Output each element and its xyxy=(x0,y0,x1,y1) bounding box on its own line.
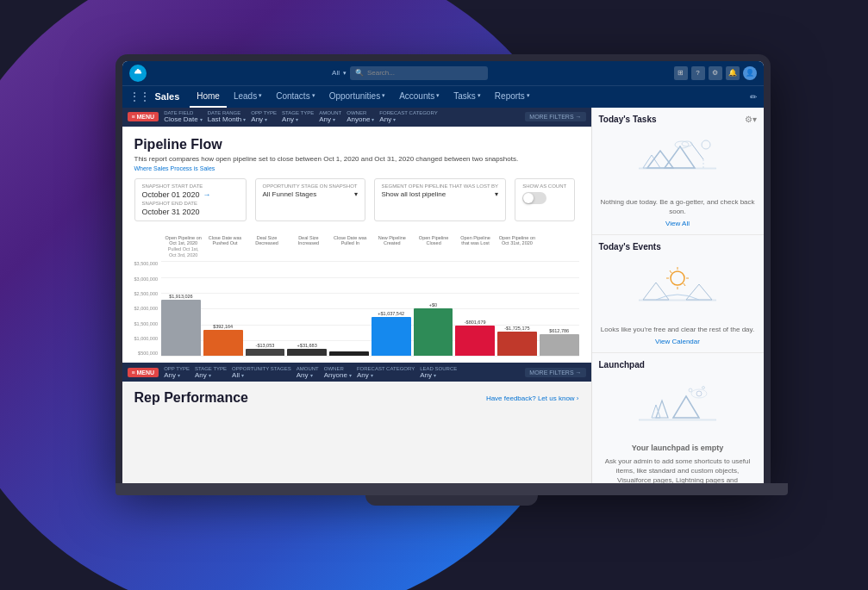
col-label-2: Deal SizeDecreased xyxy=(247,235,286,258)
bottom-menu-button[interactable]: ≡ MENU xyxy=(128,368,159,377)
snapshot-date-group[interactable]: SNAPSHOT START DATE October 01 2020 → SN… xyxy=(134,178,247,221)
bar-1-value: $392,164 xyxy=(213,324,233,329)
bottom-filter-bar: ≡ MENU OPP TYPE Any▾ STAGE TYPE Any▾ OPP… xyxy=(122,363,591,382)
bars-container: $1,913,026 $392,164 xyxy=(161,261,578,356)
gear-icon-btn[interactable]: ⚙ xyxy=(709,66,722,80)
nav-item-leads[interactable]: Leads ▾ xyxy=(227,85,269,108)
nav-item-reports[interactable]: Reports ▾ xyxy=(488,85,537,108)
bell-icon-btn[interactable]: 🔔 xyxy=(726,66,740,80)
bar-8[interactable]: -$1,725,175 xyxy=(497,326,537,356)
bar-7-value: -$801,679 xyxy=(465,320,486,325)
bar-4[interactable] xyxy=(329,351,369,356)
bar-1-rect xyxy=(203,330,243,356)
svg-marker-20 xyxy=(652,405,660,418)
bottom-more-filters-btn[interactable]: MORE FILTERS → xyxy=(525,368,585,377)
stage-dropdown[interactable]: OPPORTUNITY STAGE ON SNAPSHOT All Funnel… xyxy=(255,178,365,221)
controls-row: SNAPSHOT START DATE October 01 2020 → SN… xyxy=(134,178,579,221)
bar-9-value: $612,786 xyxy=(549,328,569,333)
bottom-filter-owner[interactable]: OWNER Anyone▾ xyxy=(324,366,352,379)
svg-marker-21 xyxy=(673,396,699,418)
col-label-9 xyxy=(539,235,578,258)
bar-3[interactable]: +$31,683 xyxy=(287,343,327,356)
bar-5[interactable]: +$1,037,542 xyxy=(372,311,411,356)
more-filters-btn[interactable]: MORE FILTERS → xyxy=(525,112,585,121)
col-label-8: Open Pipeline onOct 31st, 2020 xyxy=(497,235,537,258)
launchpad-illustration xyxy=(599,375,757,443)
tasks-svg xyxy=(639,138,716,185)
sf-topbar: All ▾ 🔍 Search... ⊞ ? ⚙ 🔔 👤 xyxy=(122,61,764,85)
sf-navbar: ⋮⋮ Sales Home Leads ▾ Contacts ▾ Opportu… xyxy=(122,85,764,108)
lost-label: SEGMENT OPEN PIPELINE THAT WAS LOST BY xyxy=(382,183,499,189)
show-as-label: SHOW AS COUNT xyxy=(522,183,567,189)
all-label[interactable]: All xyxy=(332,69,340,77)
avatar-btn[interactable]: 👤 xyxy=(743,66,757,80)
snapshot-start-label: SNAPSHOT START DATE xyxy=(142,183,239,189)
launchpad-section: Launchpad xyxy=(592,353,764,482)
search-placeholder: Search... xyxy=(367,69,395,77)
accounts-caret: ▾ xyxy=(436,92,440,99)
filter-amount[interactable]: AMOUNT Any▾ xyxy=(319,110,341,123)
topbar-caret: ▾ xyxy=(343,70,347,77)
nav-item-home[interactable]: Home xyxy=(190,85,227,108)
menu-button[interactable]: ≡ MENU xyxy=(128,112,159,121)
bar-3-rect xyxy=(287,349,327,356)
show-as-toggle[interactable] xyxy=(522,192,546,204)
bar-6[interactable]: +$0 xyxy=(414,302,453,356)
laptop-base xyxy=(116,483,788,495)
lost-dropdown[interactable]: SEGMENT OPEN PIPELINE THAT WAS LOST BY S… xyxy=(374,178,507,221)
filter-stage-type[interactable]: STAGE TYPE Any▾ xyxy=(282,110,314,123)
events-view-calendar-link[interactable]: View Calendar xyxy=(599,338,757,345)
filter-owner[interactable]: OWNER Anyone▾ xyxy=(347,110,374,123)
stage-value: All Funnel Stages ▾ xyxy=(263,190,358,198)
bottom-filter-opp-stages[interactable]: OPPORTUNITY STAGES All▾ xyxy=(232,366,291,379)
y-label-5: $3,000,000 xyxy=(134,276,159,282)
bottom-filter-stage-type[interactable]: STAGE TYPE Any▾ xyxy=(195,366,227,379)
date-arrow-icon: → xyxy=(203,190,211,199)
events-title: Today's Events xyxy=(599,242,661,252)
bar-2[interactable]: -$13,053 xyxy=(246,343,285,356)
nav-grid-icon[interactable]: ⋮⋮ xyxy=(129,90,150,102)
col-label-7: Open Pipelinethat was Lost xyxy=(455,235,495,258)
salesforce-logo[interactable] xyxy=(129,65,147,82)
bottom-filter-forecast[interactable]: FORECAST CATEGORY Any▾ xyxy=(357,366,415,379)
nav-item-tasks[interactable]: Tasks ▾ xyxy=(446,85,488,108)
question-icon-btn[interactable]: ? xyxy=(691,66,705,80)
end-date-value: October 31 2020 xyxy=(142,208,239,216)
chart-column-labels: Open Pipeline onOct 1st, 2020Pulled Oct … xyxy=(134,235,579,258)
bottom-filter-amount[interactable]: AMOUNT Any▾ xyxy=(297,366,319,379)
bottom-filter-lead-source[interactable]: LEAD SOURCE Any▾ xyxy=(420,366,457,379)
tasks-title: Today's Tasks xyxy=(599,115,657,124)
y-label-0: $500,000 xyxy=(134,351,159,356)
bars-row: $1,913,026 $392,164 xyxy=(161,261,578,356)
right-sidebar: Today's Tasks ⚙▾ xyxy=(591,108,764,483)
launchpad-empty-title: Your launchpad is empty xyxy=(599,443,757,454)
filter-forecast[interactable]: FORECAST CATEGORY Any▾ xyxy=(379,110,437,123)
bar-0[interactable]: $1,913,026 xyxy=(161,294,201,356)
filter-opp-type[interactable]: OPP TYPE Any▾ xyxy=(251,110,277,123)
tasks-caret: ▾ xyxy=(478,92,481,99)
svg-marker-17 xyxy=(643,283,669,300)
search-box[interactable]: 🔍 Search... xyxy=(350,66,488,80)
chart-area: Open Pipeline onOct 1st, 2020Pulled Oct … xyxy=(122,235,591,363)
bar-8-rect xyxy=(497,332,537,356)
tasks-header: Today's Tasks ⚙▾ xyxy=(599,115,757,124)
nav-item-opportunities[interactable]: Opportunities ▾ xyxy=(322,85,392,108)
toggle-knob xyxy=(523,193,534,203)
nav-item-contacts[interactable]: Contacts ▾ xyxy=(269,85,322,108)
nav-item-accounts[interactable]: Accounts ▾ xyxy=(392,85,446,108)
svg-marker-18 xyxy=(686,284,712,300)
bar-9-rect xyxy=(540,334,579,356)
grid-icon-btn[interactable]: ⊞ xyxy=(674,66,688,80)
bar-9[interactable]: $612,786 xyxy=(540,328,579,356)
start-date-value: October 01 2020 → xyxy=(142,190,239,199)
bar-1[interactable]: $392,164 xyxy=(203,324,243,356)
tasks-settings-icon[interactable]: ⚙▾ xyxy=(745,115,757,124)
y-axis: $3,500,000 $3,000,000 $2,500,000 $2,000,… xyxy=(134,261,159,356)
tasks-view-all-link[interactable]: View All xyxy=(599,220,757,227)
filter-date-range[interactable]: DATE RANGE Last Month▾ xyxy=(208,110,247,123)
bar-7[interactable]: -$801,679 xyxy=(455,320,495,356)
rep-feedback-link[interactable]: Have feedback? Let us know › xyxy=(486,394,579,402)
nav-edit-icon[interactable]: ✏ xyxy=(750,92,757,102)
filter-date-field[interactable]: DATE FIELD Close Date▾ xyxy=(164,110,203,123)
bottom-filter-opp-type[interactable]: OPP TYPE Any▾ xyxy=(164,366,190,379)
